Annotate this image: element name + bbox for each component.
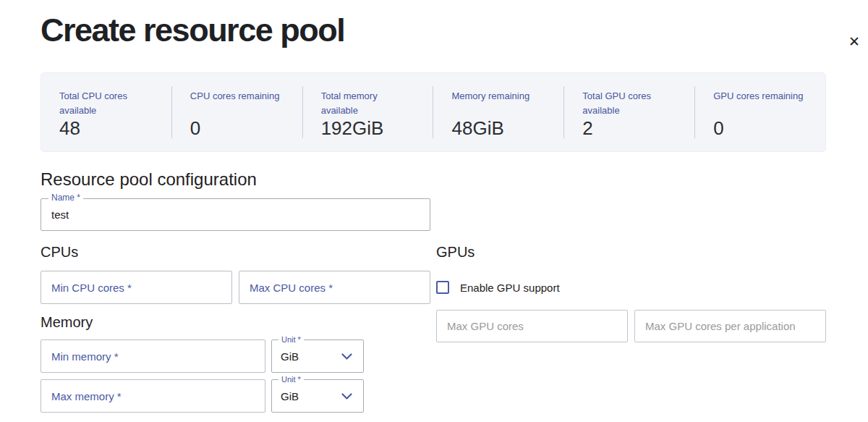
min-memory-row: Unit * GiB bbox=[41, 339, 430, 373]
summary-value: 0 bbox=[190, 117, 200, 140]
capacity-summary-bar: Total CPU cores available 48 CPU cores r… bbox=[41, 72, 826, 152]
summary-label: Total GPU cores available bbox=[582, 89, 676, 118]
summary-value: 192GiB bbox=[321, 117, 384, 140]
summary-label: CPU cores remaining bbox=[190, 89, 284, 104]
max-cpu-cores-input[interactable] bbox=[239, 271, 430, 304]
page-title: Create resource pool bbox=[41, 10, 868, 51]
unit-select-label: Unit * bbox=[278, 334, 304, 345]
max-gpu-cores-per-app-input[interactable] bbox=[634, 310, 826, 342]
name-field-wrap: Name * bbox=[41, 198, 430, 231]
max-memory-input[interactable] bbox=[41, 379, 265, 413]
max-memory-unit-select[interactable]: Unit * GiB bbox=[271, 379, 364, 413]
summary-memory-remaining: Memory remaining 48GiB bbox=[433, 86, 563, 138]
summary-label: Total memory available bbox=[321, 89, 415, 118]
memory-heading: Memory bbox=[41, 313, 430, 331]
min-cpu-cores-input[interactable] bbox=[41, 271, 232, 304]
max-memory-row: Unit * GiB bbox=[41, 379, 430, 413]
summary-cpu-remaining: CPU cores remaining 0 bbox=[171, 86, 302, 138]
chevron-down-icon bbox=[341, 393, 352, 400]
summary-gpu-remaining: GPU cores remaining 0 bbox=[694, 86, 825, 138]
unit-selected-value: GiB bbox=[281, 390, 299, 402]
summary-label: Total CPU cores available bbox=[59, 89, 153, 118]
gpus-heading: GPUs bbox=[436, 243, 826, 261]
name-field-label: Name * bbox=[48, 193, 83, 203]
summary-total-memory-available: Total memory available 192GiB bbox=[302, 86, 433, 138]
close-icon: ✕ bbox=[848, 33, 860, 50]
enable-gpu-checkbox[interactable] bbox=[436, 281, 449, 294]
enable-gpu-label: Enable GPU support bbox=[460, 282, 560, 294]
form-columns: CPUs Memory Unit * GiB Unit bbox=[41, 243, 826, 413]
cpus-heading: CPUs bbox=[41, 243, 430, 261]
summary-value: 0 bbox=[713, 117, 723, 140]
max-gpu-cores-input[interactable] bbox=[436, 310, 628, 342]
unit-selected-value: GiB bbox=[281, 350, 299, 363]
min-memory-unit-select[interactable]: Unit * GiB bbox=[271, 339, 364, 373]
summary-label: GPU cores remaining bbox=[713, 89, 807, 104]
enable-gpu-support-row: Enable GPU support bbox=[436, 281, 826, 294]
resource-pool-configuration-heading: Resource pool configuration bbox=[41, 169, 868, 190]
create-resource-pool-dialog: Create resource pool ✕ Total CPU cores a… bbox=[0, 10, 868, 422]
left-column: CPUs Memory Unit * GiB Unit bbox=[41, 243, 430, 413]
cpu-fields-row bbox=[41, 271, 430, 304]
chevron-down-icon bbox=[341, 353, 352, 360]
close-button[interactable]: ✕ bbox=[845, 32, 864, 51]
right-column: GPUs Enable GPU support bbox=[436, 243, 826, 413]
summary-label: Memory remaining bbox=[451, 89, 545, 104]
name-input[interactable] bbox=[41, 198, 430, 231]
unit-select-label: Unit * bbox=[278, 374, 304, 385]
summary-value: 2 bbox=[582, 117, 592, 140]
summary-value: 48GiB bbox=[451, 117, 503, 140]
gpu-fields-row bbox=[436, 310, 826, 342]
summary-value: 48 bbox=[59, 117, 80, 140]
min-memory-input[interactable] bbox=[41, 339, 265, 373]
summary-total-cpu-available: Total CPU cores available 48 bbox=[41, 73, 171, 151]
summary-total-gpu-available: Total GPU cores available 2 bbox=[563, 86, 694, 138]
